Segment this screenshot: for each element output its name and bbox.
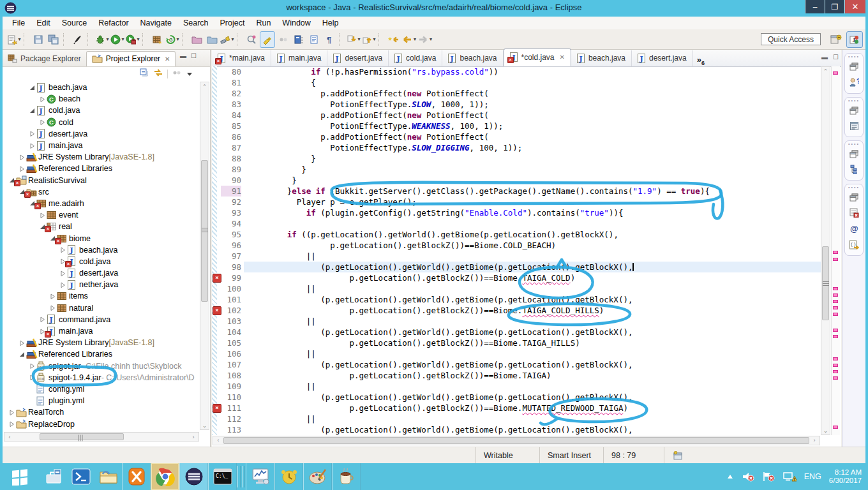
code-line-88[interactable]: 88 } [212, 153, 821, 164]
expand-arrow-icon[interactable] [18, 154, 26, 160]
editor-tab-desert.java[interactable]: J desert.java [632, 50, 693, 66]
cheat-view-icon[interactable]: ? [849, 77, 859, 90]
dropdown-arrow-icon[interactable]: ▾ [18, 36, 20, 42]
toolbar-save-button[interactable] [31, 32, 45, 47]
dropdown-arrow-icon[interactable]: ▾ [414, 36, 416, 42]
toolbar-runext-button[interactable]: ▾ [126, 32, 140, 47]
toolbar-searchlight-button[interactable]: ▾ [220, 32, 234, 47]
code-line-84[interactable]: 84 p.addPotionEffect(new PotionEffect( [212, 110, 821, 121]
code-line-86[interactable]: 86 p.addPotionEffect(new PotionEffect( [212, 131, 821, 142]
minimize-view-icon[interactable]: ▬ [180, 52, 186, 59]
maximize-view-icon[interactable]: ☐ [191, 52, 197, 59]
tree-item[interactable]: × me.adairh [3, 198, 199, 209]
toolbar-fwd-button[interactable]: ▾ [417, 32, 432, 47]
minimize-view-icon[interactable]: ▬ [821, 54, 828, 61]
expand-arrow-icon[interactable] [38, 96, 47, 102]
outline-view-icon[interactable] [849, 165, 859, 177]
code-line-95[interactable]: 95 if ((p.getLocation().getWorld().getBi… [212, 229, 821, 240]
restore-view-icon[interactable] [849, 106, 858, 117]
expand-arrow-icon[interactable] [8, 421, 16, 427]
overview-error-mark[interactable] [833, 313, 838, 316]
taskbar-eclipse[interactable] [179, 463, 208, 490]
overview-error-mark[interactable] [833, 258, 838, 261]
code-line-90[interactable]: 90 } [212, 175, 821, 186]
toolbar-newjava-button[interactable] [150, 32, 164, 47]
code-line-87[interactable]: 87 PotionEffectType.SLOW_DIGGING, 100, 1… [212, 142, 821, 153]
taskbar-servermgr[interactable] [40, 463, 67, 490]
overview-error-mark[interactable] [833, 426, 838, 429]
tab-overflow-chevron[interactable]: »6 [693, 55, 708, 66]
expand-arrow-icon[interactable] [28, 363, 36, 369]
editor-tab-main.java[interactable]: J main.java [271, 50, 327, 66]
overview-error-mark[interactable] [833, 300, 838, 303]
code-line-85[interactable]: 85 PotionEffectType.WEAKNESS, 100, 1)); [212, 121, 821, 131]
view-tab-package-explorer[interactable]: Package Explorer [3, 52, 86, 66]
editor-vertical-scrollbar[interactable]: ⌃ ⌄ [821, 66, 830, 435]
editor-tab-cold.java[interactable]: J× *cold.java✕ [504, 48, 571, 66]
menu-navigate[interactable]: Navigate [135, 18, 177, 28]
tree-item[interactable]: C cold [3, 117, 199, 128]
menu-refactor[interactable]: Refactor [93, 18, 134, 28]
code-line-96[interactable]: 96 p.getLocation().getBlockZ())==Biome.C… [212, 240, 821, 251]
collapse-arrow-icon[interactable] [28, 85, 36, 91]
scroll-down-arrow[interactable]: ⌄ [821, 427, 830, 434]
overview-error-mark[interactable] [833, 306, 838, 309]
menu-file[interactable]: File [6, 18, 31, 28]
toolbar-pinsearch-button[interactable] [244, 32, 258, 47]
overview-error-mark[interactable] [833, 251, 838, 254]
close-view-icon[interactable]: ✕ [165, 56, 170, 63]
link-with-editor-button[interactable] [153, 68, 163, 80]
maximize-view-icon[interactable]: ☐ [833, 54, 839, 61]
toolbar-hierarchy-button[interactable] [292, 32, 306, 47]
menu-source[interactable]: Source [56, 18, 93, 28]
status-icon-cell[interactable] [664, 447, 691, 464]
toolbar-prevannot-button[interactable]: ▾ [362, 32, 376, 47]
quick-access-box[interactable]: Quick Access [761, 33, 821, 45]
menu-help[interactable]: Help [317, 18, 345, 28]
menu-search[interactable]: Search [177, 18, 214, 28]
language-indicator[interactable]: ENG [804, 472, 821, 481]
editor-tab-main.java[interactable]: J× *main.java [212, 50, 271, 66]
overview-error-mark[interactable] [833, 364, 838, 367]
scroll-up-arrow[interactable]: ⌃ [821, 68, 830, 75]
toolbar-lastedit-button[interactable] [386, 32, 400, 47]
tree-item[interactable]: ReplaceDrop [3, 418, 199, 429]
restore-view-icon[interactable] [849, 62, 858, 73]
tree-item[interactable]: 010 spigot-1.9.4.jar - C:\Users\Administ… [3, 372, 199, 383]
overview-error-mark[interactable] [833, 329, 838, 332]
code-line-107[interactable]: 107 (p.getLocation().getWorld().getBiome… [212, 359, 821, 370]
toolbar-saveall-button[interactable] [47, 32, 61, 47]
tree-item[interactable]: J desert.java [3, 128, 199, 140]
expand-arrow-icon[interactable] [28, 131, 36, 137]
scrollbar-thumb[interactable] [40, 433, 124, 440]
tree-item[interactable]: JRE System Library [JavaSE-1.8] [3, 337, 199, 348]
code-line-89[interactable]: 89 } [212, 164, 821, 175]
code-line-94[interactable]: 94 [212, 218, 821, 229]
tree-item[interactable]: JRE System Library [JavaSE-1.8] [3, 151, 199, 163]
scrollbar-thumb[interactable] [822, 246, 829, 320]
menu-project[interactable]: Project [214, 18, 251, 28]
tree-item[interactable]: natural [3, 302, 199, 314]
tree-item[interactable]: × real [3, 221, 199, 232]
code-line-102[interactable]: × 102 p.getLocation().getBlockZ())==Biom… [212, 305, 821, 316]
explorer-horizontal-scrollbar[interactable]: ‹ › [4, 432, 199, 442]
restore-view-icon[interactable] [849, 193, 858, 204]
overview-error-mark[interactable] [833, 357, 838, 360]
overview-error-mark[interactable] [833, 71, 838, 75]
close-button[interactable]: ✕ [844, 0, 865, 13]
collapse-arrow-icon[interactable] [28, 108, 36, 114]
code-line-113[interactable]: 113 (p.getLocation().getWorld().getBiome… [212, 424, 821, 435]
close-tab-icon[interactable]: ✕ [560, 54, 565, 61]
java-perspective-icon[interactable]: J [846, 31, 863, 48]
explorer-vertical-scrollbar[interactable]: ⌃ ⌄ [200, 82, 209, 430]
tree-item[interactable]: 010 spigot.jar - C:\File chinh thuc\Skyb… [3, 360, 199, 372]
expand-arrow-icon[interactable] [38, 119, 47, 125]
toolbar-run-button[interactable]: ▾ [110, 32, 124, 47]
expand-arrow-icon[interactable] [38, 316, 47, 322]
code-line-82[interactable]: 82 p.addPotionEffect(new PotionEffect( [212, 88, 821, 99]
tree-item[interactable]: J× main.java [3, 325, 199, 337]
code-line-105[interactable]: 105 p.getLocation().getBlockZ())==Biome.… [212, 338, 821, 348]
tree-item[interactable]: C beach [3, 93, 199, 105]
editor-tab-desert.java[interactable]: J desert.java [327, 50, 389, 66]
code-line-99[interactable]: × 99 p.getLocation().getBlockZ())==Biome… [212, 272, 821, 283]
